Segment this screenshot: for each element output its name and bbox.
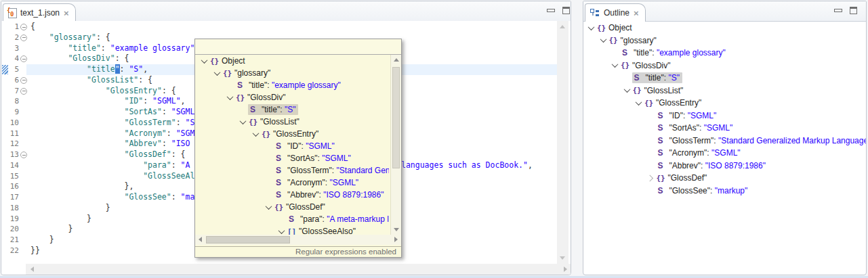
tree-item[interactable]: {}Object xyxy=(195,55,389,67)
filter-input[interactable] xyxy=(195,39,401,55)
chevron-spacer xyxy=(264,140,274,152)
chevron-right-icon[interactable] xyxy=(646,172,656,185)
chevron-down-icon[interactable] xyxy=(212,67,222,79)
tree-item-text: "Acronym": "SGML" xyxy=(287,178,358,187)
tree-item[interactable]: S"para": "A meta-markup language, used t… xyxy=(195,213,389,225)
tree-item[interactable]: S"GlossSee": "markup" xyxy=(583,185,866,198)
tree-item[interactable]: {}"GlossDef" xyxy=(583,172,866,185)
tree-item-text: "glossary" xyxy=(621,36,657,45)
tree-item[interactable]: {}"glossary" xyxy=(195,67,389,79)
tree-item[interactable]: {}"GlossDiv" xyxy=(583,60,866,72)
hscroll-track[interactable] xyxy=(26,264,571,275)
tree-item[interactable]: S"SortAs": "SGML" xyxy=(195,152,389,164)
close-icon[interactable]: × xyxy=(634,9,639,18)
chevron-down-icon[interactable] xyxy=(610,60,620,72)
popup-vertical-scrollbar[interactable] xyxy=(390,55,401,235)
chevron-down-icon[interactable] xyxy=(634,97,644,110)
tree-label: S"Abbrev": "ISO 8879:1986" xyxy=(274,189,386,200)
close-icon[interactable]: × xyxy=(64,9,69,18)
tree-item-text: "title": "S" xyxy=(646,73,680,83)
tree-item[interactable]: {}Object xyxy=(583,22,866,34)
chevron-down-icon[interactable] xyxy=(264,201,274,213)
scroll-left-icon[interactable] xyxy=(30,267,34,272)
tree-item[interactable]: {}"GlossEntry" xyxy=(195,128,389,140)
tree-label: {}"GlossEntry" xyxy=(261,129,321,139)
chevron-down-icon[interactable] xyxy=(238,116,248,128)
tree-item-text: "GlossDiv" xyxy=(632,61,671,70)
tree-item[interactable]: S"GlossTerm": "Standard Generalized Mark… xyxy=(195,164,389,177)
tree-item[interactable]: {}"GlossDef" xyxy=(195,201,389,213)
chevron-down-icon[interactable] xyxy=(586,22,596,34)
tree-item[interactable]: []"GlossSeeAlso" xyxy=(195,225,389,235)
tree-label: {}Object xyxy=(596,22,635,33)
scroll-down-icon[interactable] xyxy=(394,228,399,231)
tree-item-text: "SortAs": "SGML" xyxy=(669,123,733,133)
editor-vertical-scrollbar[interactable] xyxy=(557,21,569,264)
tree-item[interactable]: S"title": "S" xyxy=(583,72,866,85)
tree-item-text: "GlossList" xyxy=(644,86,684,95)
tree-item[interactable]: S"GlossTerm": "Standard Generalized Mark… xyxy=(583,135,866,147)
chevron-spacer xyxy=(622,72,632,85)
tree-item-text: "Abbrev": "ISO 8879:1986" xyxy=(287,190,384,200)
tree-item-text: "ID": "SGML" xyxy=(669,111,717,120)
string-icon: S xyxy=(657,111,669,120)
string-icon: S xyxy=(249,105,262,114)
string-icon: S xyxy=(274,141,287,151)
string-icon: S xyxy=(236,80,249,90)
object-icon: {} xyxy=(657,174,668,183)
chevron-down-icon[interactable] xyxy=(225,91,235,103)
tree-item[interactable]: {}"GlossDiv" xyxy=(195,91,389,103)
editor-window-controls xyxy=(547,7,570,14)
chevron-down-icon[interactable] xyxy=(622,85,632,97)
tree-item[interactable]: S"Abbrev": "ISO 8879:1986" xyxy=(583,160,866,172)
tree-item[interactable]: S"title": "example glossary" xyxy=(195,79,389,91)
tree-label: {}Object xyxy=(209,55,248,66)
scroll-right-icon[interactable] xyxy=(394,237,398,242)
tree-item[interactable]: {}"GlossEntry" xyxy=(583,97,866,110)
tree-item[interactable]: S"Acronym": "SGML" xyxy=(583,147,866,160)
tree-item-text: "glossary" xyxy=(234,68,270,78)
minimize-icon[interactable] xyxy=(547,9,555,12)
tab-outline[interactable]: Outline × xyxy=(585,3,646,22)
tree-item[interactable]: S"Abbrev": "ISO 8879:1986" xyxy=(195,189,389,201)
tree-label: {}"glossary" xyxy=(222,68,273,78)
scroll-right-icon[interactable] xyxy=(564,267,567,272)
editor-horizontal-scrollbar[interactable] xyxy=(1,264,571,275)
maximize-icon[interactable] xyxy=(850,7,857,14)
scroll-left-icon[interactable] xyxy=(199,237,202,242)
line-number-ruler: 12345678910111213141516171819202122 xyxy=(1,22,30,256)
code-line[interactable]: { xyxy=(26,22,557,32)
tree-item[interactable]: {}"GlossList" xyxy=(195,116,389,128)
chevron-down-icon[interactable] xyxy=(251,128,261,140)
line-number: 10 xyxy=(10,118,19,129)
scroll-up-icon[interactable] xyxy=(560,25,565,28)
tree-item[interactable]: {}"GlossList" xyxy=(583,85,866,97)
tree-item[interactable]: S"title": "example glossary" xyxy=(583,47,866,60)
string-icon: S xyxy=(287,214,300,224)
chevron-down-icon[interactable] xyxy=(598,34,608,47)
chevron-spacer xyxy=(264,164,274,177)
tree-item[interactable]: S"ID": "SGML" xyxy=(195,140,389,152)
tree-label: S"SortAs": "SGML" xyxy=(274,153,354,164)
chevron-spacer xyxy=(646,135,656,147)
popup-horizontal-scrollbar[interactable] xyxy=(195,235,401,245)
tab-text-1-json[interactable]: {0 text_1.json × xyxy=(3,3,76,22)
tree-item[interactable]: S"ID": "SGML" xyxy=(583,110,866,122)
scroll-down-icon[interactable] xyxy=(560,256,565,260)
tree-label: {}"GlossDef" xyxy=(274,202,328,212)
scroll-up-icon[interactable] xyxy=(394,58,399,62)
minimize-icon[interactable] xyxy=(834,9,842,12)
object-icon: {} xyxy=(621,61,632,70)
chevron-down-icon[interactable] xyxy=(276,225,287,235)
tree-item[interactable]: S"Acronym": "SGML" xyxy=(195,177,389,189)
chevron-down-icon[interactable] xyxy=(199,55,209,67)
scrollbar-thumb[interactable] xyxy=(392,67,400,168)
text-cursor-selection: " xyxy=(115,64,120,74)
tree-item[interactable]: S"title": "S" xyxy=(195,103,389,116)
tree-item[interactable]: {}"glossary" xyxy=(583,34,866,47)
maximize-icon[interactable] xyxy=(562,7,570,14)
line-number: 9 xyxy=(14,107,19,118)
outline-view-icon xyxy=(590,8,600,18)
tree-item[interactable]: S"SortAs": "SGML" xyxy=(583,122,866,135)
scrollbar-thumb[interactable] xyxy=(206,236,290,244)
